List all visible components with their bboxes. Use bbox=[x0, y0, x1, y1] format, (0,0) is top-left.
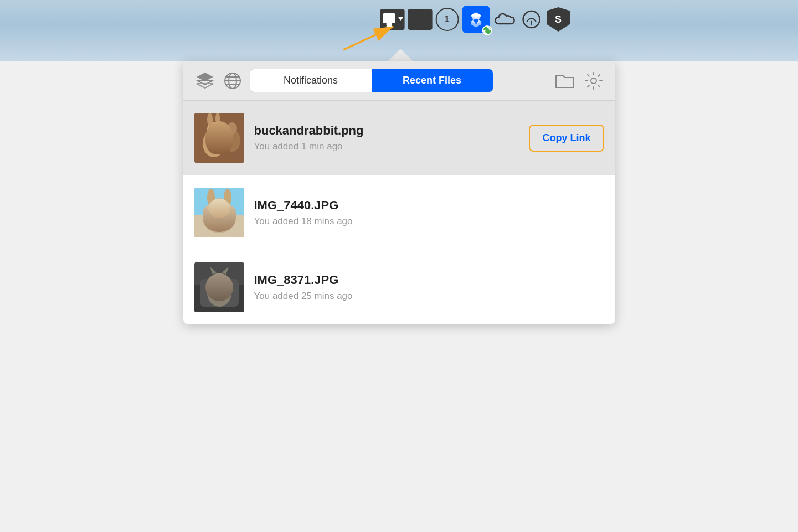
file-name-2: IMG_7440.JPG bbox=[254, 198, 604, 213]
file-list: buckandrabbit.png You added 1 min ago Co… bbox=[183, 101, 615, 324]
svg-rect-0 bbox=[383, 13, 395, 23]
svg-point-48 bbox=[214, 277, 218, 281]
svg-point-27 bbox=[207, 113, 213, 126]
file-info-3: IMG_8371.JPG You added 25 mins ago bbox=[254, 273, 604, 302]
file-time-2: You added 18 mins ago bbox=[254, 216, 604, 227]
notifications-tab[interactable]: Notifications bbox=[250, 69, 372, 92]
layers-icon-tray[interactable] bbox=[408, 9, 432, 30]
file-time-1: You added 1 min ago bbox=[254, 141, 523, 152]
svg-point-11 bbox=[523, 11, 539, 28]
tray-icon-1[interactable] bbox=[380, 9, 404, 30]
svg-point-29 bbox=[224, 130, 240, 152]
svg-point-25 bbox=[203, 130, 225, 157]
sync-badge bbox=[482, 25, 492, 35]
svg-rect-40 bbox=[217, 215, 220, 218]
svg-rect-39 bbox=[213, 215, 216, 218]
svg-point-28 bbox=[215, 113, 220, 125]
menubar: 1 bbox=[0, 0, 798, 61]
popup-caret bbox=[388, 49, 413, 61]
file-thumbnail-1 bbox=[194, 113, 244, 163]
file-info-1: buckandrabbit.png You added 1 min ago bbox=[254, 123, 523, 152]
svg-point-23 bbox=[591, 78, 596, 84]
file-time-3: You added 25 mins ago bbox=[254, 291, 604, 302]
layers-icon-toolbar[interactable] bbox=[194, 70, 215, 91]
toolbar-right bbox=[554, 70, 604, 91]
svg-rect-33 bbox=[194, 215, 244, 237]
file-item[interactable]: buckandrabbit.png You added 1 min ago Co… bbox=[183, 101, 615, 175]
file-item[interactable]: IMG_7440.JPG You added 18 mins ago bbox=[183, 175, 615, 250]
file-thumbnail-3 bbox=[194, 262, 244, 312]
folder-icon-toolbar[interactable] bbox=[554, 70, 575, 91]
svg-point-45 bbox=[211, 273, 228, 288]
file-name-1: buckandrabbit.png bbox=[254, 123, 523, 138]
tray-icons: 1 bbox=[380, 6, 570, 33]
svg-point-37 bbox=[224, 189, 231, 206]
tab-group: Notifications Recent Files bbox=[250, 69, 493, 92]
icloud-icon-tray[interactable] bbox=[493, 8, 516, 31]
svg-marker-2 bbox=[385, 25, 392, 27]
svg-point-30 bbox=[227, 122, 237, 135]
file-info-2: IMG_7440.JPG You added 18 mins ago bbox=[254, 198, 604, 227]
copy-link-button[interactable]: Copy Link bbox=[529, 125, 604, 152]
svg-rect-38 bbox=[211, 214, 228, 219]
svg-point-44 bbox=[207, 279, 231, 307]
svg-rect-1 bbox=[386, 23, 392, 25]
svg-marker-3 bbox=[398, 17, 403, 21]
dropbox-icon-tray[interactable] bbox=[462, 6, 490, 33]
file-item[interactable]: IMG_8371.JPG You added 25 mins ago bbox=[183, 250, 615, 324]
recent-files-tab[interactable]: Recent Files bbox=[372, 69, 493, 92]
wifi-icon-tray[interactable] bbox=[519, 8, 543, 31]
1password-icon-tray[interactable]: 1 bbox=[435, 8, 459, 31]
svg-point-49 bbox=[221, 277, 224, 281]
file-thumbnail-2 bbox=[194, 188, 244, 237]
svg-point-35 bbox=[209, 198, 229, 216]
popup-panel: Notifications Recent Files bbox=[183, 61, 615, 324]
shield-icon-tray[interactable]: S bbox=[546, 7, 570, 32]
file-name-3: IMG_8371.JPG bbox=[254, 273, 604, 287]
toolbar: Notifications Recent Files bbox=[183, 61, 615, 101]
svg-point-36 bbox=[207, 189, 215, 206]
gear-icon-toolbar[interactable] bbox=[583, 70, 604, 91]
globe-icon-toolbar[interactable] bbox=[222, 70, 243, 91]
svg-point-34 bbox=[204, 209, 235, 233]
svg-marker-50 bbox=[218, 282, 221, 285]
svg-rect-32 bbox=[194, 188, 244, 215]
